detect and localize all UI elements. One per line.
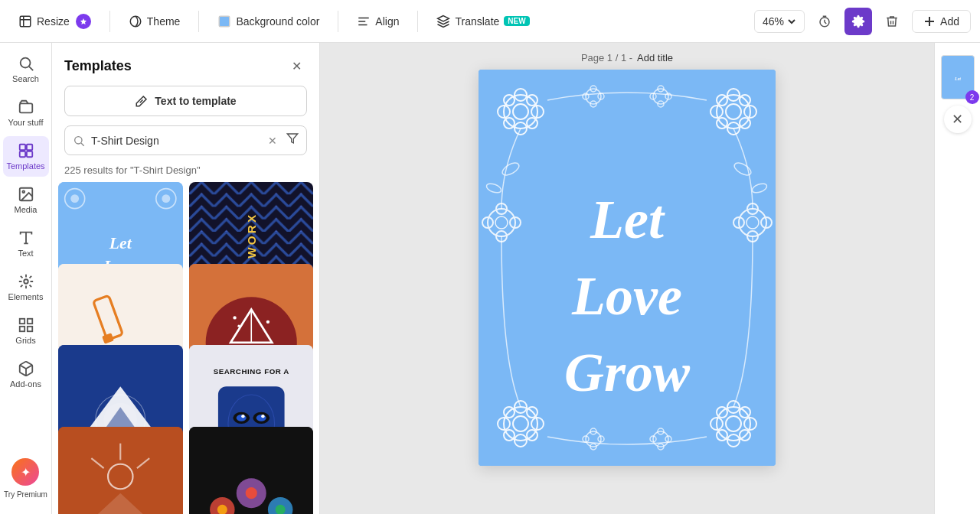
search-clear-button[interactable]: ✕ bbox=[268, 135, 277, 147]
translate-icon bbox=[436, 15, 450, 28]
trash-icon bbox=[885, 15, 899, 28]
try-premium-button[interactable]: ✦ bbox=[11, 458, 39, 486]
filter-button[interactable] bbox=[286, 132, 299, 148]
template-card-7[interactable] bbox=[58, 427, 183, 515]
svg-text:Let: Let bbox=[109, 234, 132, 252]
svg-text:SEARCHING FOR A: SEARCHING FOR A bbox=[213, 367, 289, 376]
search-icon bbox=[18, 55, 34, 72]
svg-rect-3 bbox=[220, 16, 230, 27]
svg-text:Love: Love bbox=[571, 265, 682, 327]
filter-icon bbox=[286, 132, 299, 145]
svg-rect-25 bbox=[27, 327, 31, 331]
results-count: 225 results for "T-Shirt Design" bbox=[52, 161, 319, 182]
background-color-button[interactable]: Background color bbox=[208, 10, 328, 33]
svg-line-29 bbox=[81, 143, 84, 146]
align-button[interactable]: Align bbox=[348, 10, 408, 33]
text-icon bbox=[18, 229, 34, 246]
search-input[interactable] bbox=[91, 135, 262, 147]
template-8-svg bbox=[189, 427, 314, 515]
svg-rect-14 bbox=[26, 145, 31, 150]
trash-button[interactable] bbox=[878, 8, 906, 35]
search-bar: ✕ bbox=[64, 125, 307, 155]
premium-label: Try Premium bbox=[4, 490, 47, 499]
timer-button[interactable] bbox=[811, 8, 838, 35]
settings-button[interactable] bbox=[844, 8, 872, 35]
svg-line-27 bbox=[140, 100, 143, 103]
svg-point-74 bbox=[256, 415, 266, 421]
panel-title: Templates bbox=[64, 58, 132, 74]
sidebar-item-grids[interactable]: Grids bbox=[3, 311, 49, 351]
page-number-badge: 2 bbox=[965, 90, 979, 104]
sidebar-grids-label: Grids bbox=[15, 336, 35, 345]
svg-marker-1 bbox=[80, 18, 87, 24]
divider-3 bbox=[338, 11, 338, 32]
svg-text:Let: Let bbox=[590, 189, 665, 250]
svg-point-56 bbox=[233, 316, 236, 319]
resize-button[interactable]: Resize bbox=[9, 9, 100, 34]
svg-point-76 bbox=[261, 415, 264, 418]
template-7-svg bbox=[58, 427, 183, 515]
sidebar-item-addons[interactable]: Add-ons bbox=[3, 354, 49, 395]
thumbnail-container: Let 2 bbox=[941, 55, 975, 99]
add-button[interactable]: Add bbox=[912, 10, 971, 33]
templates-panel: Templates ✕ Text to template ✕ 225 resul… bbox=[52, 43, 320, 514]
add-title-link[interactable]: Add title bbox=[637, 52, 673, 63]
theme-button[interactable]: Theme bbox=[119, 10, 190, 33]
panel-close-button[interactable]: ✕ bbox=[286, 55, 307, 76]
sidebar-item-search[interactable]: Search bbox=[3, 49, 49, 89]
canvas-area: Page 1 / 1 - Add title bbox=[320, 43, 934, 514]
svg-rect-0 bbox=[20, 16, 31, 27]
folder-icon bbox=[18, 99, 34, 115]
svg-rect-23 bbox=[27, 319, 31, 324]
resize-label: Resize bbox=[37, 15, 70, 28]
toolbar: Resize Theme Background color Align Tran… bbox=[0, 0, 980, 43]
search-bar-icon bbox=[73, 135, 85, 147]
svg-rect-22 bbox=[19, 319, 24, 324]
divider-4 bbox=[417, 11, 418, 32]
right-panel: Let 2 ✕ bbox=[934, 43, 980, 514]
sidebar-item-text[interactable]: Text bbox=[3, 223, 49, 264]
media-icon bbox=[18, 186, 34, 203]
template-card-8[interactable] bbox=[189, 427, 314, 515]
divider-1 bbox=[109, 11, 110, 32]
grids-icon bbox=[18, 317, 34, 333]
svg-point-89 bbox=[245, 487, 256, 499]
svg-line-11 bbox=[29, 67, 33, 70]
background-color-icon bbox=[217, 15, 231, 28]
sidebar-item-elements[interactable]: Elements bbox=[3, 267, 49, 307]
page-number: 2 bbox=[970, 93, 975, 102]
svg-point-91 bbox=[275, 504, 285, 514]
text-to-template-button[interactable]: Text to template bbox=[64, 86, 307, 116]
svg-point-75 bbox=[241, 415, 244, 418]
sidebar-yourstuff-label: Your stuff bbox=[8, 118, 44, 127]
sidebar-item-your-stuff[interactable]: Your stuff bbox=[3, 93, 49, 133]
main-area: Search Your stuff Templates Media Text E… bbox=[0, 43, 980, 514]
sidebar-item-media[interactable]: Media bbox=[3, 180, 49, 220]
svg-point-21 bbox=[24, 279, 28, 284]
sidebar-item-templates[interactable]: Templates bbox=[3, 136, 49, 177]
translate-button[interactable]: Translate NEW bbox=[427, 10, 538, 33]
page-label: Page 1 / 1 - Add title bbox=[581, 43, 673, 70]
background-color-label: Background color bbox=[236, 15, 319, 28]
zoom-control[interactable]: 46% bbox=[754, 10, 805, 33]
svg-point-58 bbox=[237, 324, 240, 327]
translate-label: Translate bbox=[455, 15, 499, 28]
translate-new-badge: NEW bbox=[504, 16, 529, 26]
timer-icon bbox=[818, 15, 831, 28]
sidebar-bottom: ✦ Try Premium bbox=[4, 449, 47, 508]
svg-point-73 bbox=[236, 415, 246, 421]
text-to-template-label: Text to template bbox=[155, 95, 236, 107]
sidebar: Search Your stuff Templates Media Text E… bbox=[0, 43, 52, 514]
elements-icon bbox=[18, 273, 34, 290]
star-icon bbox=[80, 18, 87, 25]
zoom-value: 46% bbox=[763, 15, 784, 28]
wand-icon bbox=[135, 94, 149, 108]
sidebar-text-label: Text bbox=[18, 249, 33, 258]
svg-point-87 bbox=[217, 504, 227, 514]
panel-header: Templates ✕ bbox=[52, 43, 319, 83]
svg-point-18 bbox=[22, 190, 24, 193]
close-right-panel-button[interactable]: ✕ bbox=[944, 106, 972, 133]
sidebar-addons-label: Add-ons bbox=[10, 379, 41, 389]
align-icon bbox=[357, 15, 371, 28]
theme-label: Theme bbox=[147, 15, 181, 28]
